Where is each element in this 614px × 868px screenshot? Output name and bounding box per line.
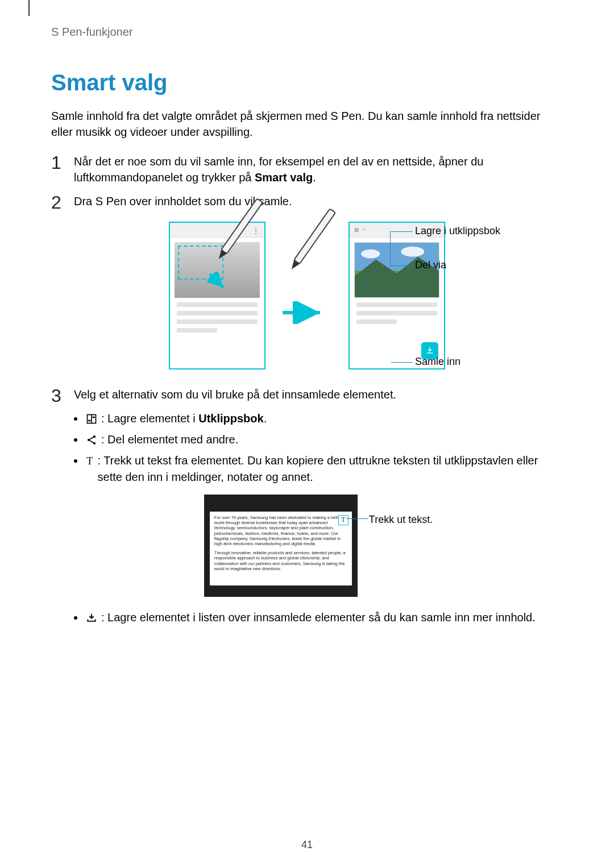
bullet3-text: : Trekk ut tekst fra elementet. Du kan k… [98, 452, 563, 485]
bullet2-text: : Del elementet med andre. [101, 431, 238, 448]
phone-mock-left: ⋮ [169, 222, 265, 369]
page-title: Smart valg [51, 70, 563, 95]
step-3: 3 Velg et alternativ som du vil bruke på… [51, 387, 563, 630]
step3-text: Velg et alternativ som du vil bruke på d… [74, 387, 563, 402]
bullet-save-scrapbook: : Lagre elementet i Utklippsbok. [74, 410, 563, 427]
svg-marker-5 [289, 260, 300, 271]
step-1: 1 Når det er noe som du vil samle inn, f… [51, 153, 563, 185]
bullet1-bold: Utklippsbok [198, 412, 263, 425]
bullet-dot [74, 616, 77, 620]
bullet-save-collected: : Lagre elementet i listen over innsamle… [74, 609, 563, 626]
svg-line-19 [90, 440, 94, 442]
bullet4-text: : Lagre elementet i listen over innsamle… [101, 609, 536, 626]
text-extract-icon: T [85, 455, 94, 467]
margin-tick [28, 0, 30, 16]
step1-text-b: . [313, 171, 316, 184]
intro-paragraph: Samle innhold fra det valgte området på … [51, 108, 563, 140]
bullet1-text-a: : Lagre elementet i [101, 412, 198, 425]
step-number: 3 [51, 387, 70, 406]
download-tray-icon [85, 612, 98, 624]
arrow-right-icon [281, 301, 327, 324]
svg-rect-4 [294, 209, 335, 264]
mock-text-lines [177, 302, 258, 333]
mock-topbar: ⋮ [170, 223, 264, 238]
step1-bold: Smart valg [255, 171, 313, 184]
bullet-dot [74, 459, 77, 463]
bullet-dot [74, 417, 77, 421]
page-number: 41 [0, 839, 614, 851]
figure-text-extract: For over 70 years, Samsung has been dedi… [74, 495, 563, 597]
arrow-diagonal-icon [208, 272, 228, 292]
kebab-icon: ⋮ [252, 226, 260, 235]
sample-text-body: For over 70 years, Samsung has been dedi… [210, 512, 352, 585]
callout-extract-text: Trekk ut tekst. [369, 513, 433, 527]
bullet-share: : Del elementet med andre. [74, 431, 563, 448]
bullet-dot [74, 438, 77, 442]
step-body: Når det er noe som du vil samle inn, for… [74, 153, 563, 185]
callout-save-scrapbook: Lagre i utklippsbok [415, 225, 500, 236]
mock-image-area [175, 242, 260, 298]
svg-line-18 [90, 437, 94, 439]
breadcrumb: S Pen-funkjoner [51, 26, 563, 39]
extract-text-button[interactable]: T [338, 515, 349, 525]
bullet1-text-b: . [264, 412, 267, 425]
step-body: Dra S Pen over innholdet som du vil saml… [74, 193, 563, 209]
svg-line-0 [210, 274, 223, 288]
callout-share-via: Del via [415, 259, 446, 271]
step-2: 2 Dra S Pen over innholdet som du vil sa… [51, 193, 563, 213]
bullet-extract-text: T : Trekk ut tekst fra elementet. Du kan… [74, 452, 563, 485]
callout-collect: Samle inn [415, 356, 460, 367]
share-icon [85, 434, 98, 446]
toolbar-mini-icons: ▦< [354, 227, 366, 232]
step-number: 2 [51, 193, 70, 213]
svg-rect-13 [93, 416, 95, 418]
figure-smart-select: ⋮ [51, 222, 563, 369]
text-extract-mock: For over 70 years, Samsung has been dedi… [204, 495, 358, 597]
step-number: 1 [51, 153, 70, 173]
svg-rect-14 [88, 420, 90, 421]
scrapbook-icon [85, 413, 98, 425]
svg-point-9 [361, 249, 380, 258]
